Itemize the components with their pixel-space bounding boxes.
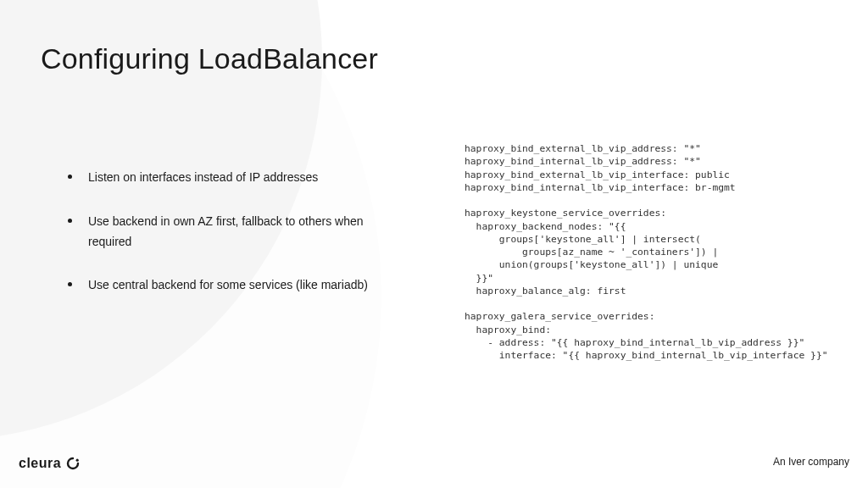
list-item: Listen on interfaces instead of IP addre… [68,168,373,188]
slide: Configuring LoadBalancer Listen on inter… [0,0,868,488]
brand-icon [66,457,80,470]
brand-text: cleura [19,456,61,471]
list-item: Use backend in own AZ first, fallback to… [68,212,373,252]
footer-brand: cleura [19,456,80,471]
footer-tagline: An Iver company [773,456,849,468]
page-title: Configuring LoadBalancer [41,42,378,75]
list-item: Use central backend for some services (l… [68,275,373,296]
svg-point-0 [76,459,79,462]
code-block: haproxy_bind_external_lb_vip_address: "*… [465,142,827,362]
bullet-list: Listen on interfaces instead of IP addre… [68,168,373,319]
